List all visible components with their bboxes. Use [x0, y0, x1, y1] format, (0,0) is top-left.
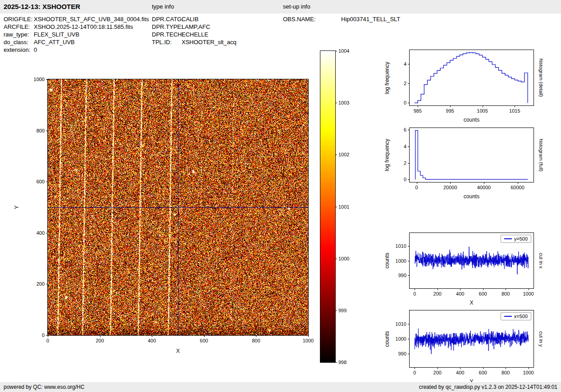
y-tick-label: 1000	[34, 77, 45, 82]
origfile-label: ORIGFILE:	[4, 16, 34, 23]
x-tick-mark	[415, 367, 415, 369]
dpr-catg-value: CALIB	[182, 16, 199, 23]
y-tick-mark	[408, 83, 410, 84]
colorbar-tick-label: 999	[338, 308, 347, 313]
extension-label: extension:	[4, 46, 34, 54]
x-tick-label: 0	[399, 185, 435, 190]
obs-name-row: OBS.NAME:Hip003741_TELL_SLT	[283, 16, 400, 23]
x-tick-mark	[483, 367, 483, 369]
x-tick-mark	[438, 288, 438, 290]
x-tick-label: 200	[82, 338, 118, 343]
colorbar-tick-label: 1003	[338, 100, 349, 105]
histogram-detail-canvas	[410, 50, 534, 105]
histogram-full-side-label: histogram (full)	[537, 128, 544, 182]
y-tick-label: 990	[398, 273, 406, 278]
y-tick-mark	[408, 261, 410, 261]
x-tick-mark	[152, 335, 152, 337]
x-tick-mark	[256, 335, 256, 337]
colorbar-tick-mark	[335, 155, 337, 155]
raw-image-plot: 0200400600800100002004006008001000	[47, 79, 309, 336]
colorbar: 99899910001001100210031004	[320, 50, 336, 363]
qc-report-page: 2025-12-13: XSHOOTER type info set-up in…	[0, 0, 561, 392]
x-tick-mark	[308, 335, 309, 337]
raw-image-ylabel: Y	[14, 79, 21, 336]
footer-bar: powered by QC: www.eso.org/HC created by…	[0, 382, 561, 392]
x-tick-mark	[204, 335, 205, 337]
x-tick-label: 40000	[466, 185, 502, 190]
raw-type-value: FLEX_SLIT_UVB	[34, 31, 79, 38]
x-tick-mark	[483, 288, 483, 290]
dpr-tech-row: DPR.TECH:ECHELLE	[152, 31, 208, 38]
y-tick-label: 600	[36, 179, 45, 184]
y-tick-mark	[46, 131, 48, 131]
y-tick-label: 2	[404, 160, 406, 166]
histogram-full-canvas	[410, 128, 534, 182]
cut-in-x-legend: y=500	[501, 235, 531, 243]
y-tick-mark	[46, 79, 48, 80]
y-tick-mark	[408, 354, 410, 354]
y-tick-label: 6	[404, 127, 406, 132]
x-tick-mark	[415, 288, 415, 290]
x-tick-mark	[460, 367, 461, 369]
x-tick-mark	[515, 105, 515, 107]
y-tick-label: 1000	[396, 258, 406, 264]
y-tick-label: 400	[36, 230, 45, 236]
dpr-tech-value: ECHELLE	[182, 31, 208, 38]
y-tick-mark	[46, 182, 48, 182]
colorbar-tick-label: 1000	[338, 256, 349, 261]
page-title: 2025-12-13: XSHOOTER	[4, 0, 80, 14]
x-tick-mark	[450, 105, 451, 107]
cut-in-x-plot: y=500 0200400600800100099010001010	[409, 232, 534, 289]
do-class-row: do_class:AFC_ATT_UVB	[4, 39, 75, 46]
colorbar-tick-mark	[335, 207, 337, 207]
x-tick-label: 1015	[497, 108, 533, 114]
y-tick-mark	[408, 163, 410, 164]
colorbar-canvas	[320, 51, 335, 362]
raw-type-row: raw_type:FLEX_SLIT_UVB	[4, 31, 79, 38]
y-tick-mark	[408, 275, 410, 276]
y-tick-label: 990	[398, 351, 406, 356]
y-tick-label: 4	[404, 144, 406, 149]
raw-type-label: raw_type:	[4, 31, 34, 38]
footer-left-text: powered by QC: www.eso.org/HC	[4, 382, 84, 392]
y-tick-label: 800	[36, 128, 45, 133]
type-info-heading: type info	[152, 0, 174, 14]
histogram-full-plot: 02000040000600000246	[409, 128, 534, 182]
x-tick-mark	[506, 288, 506, 290]
y-tick-mark	[408, 339, 410, 339]
y-tick-mark	[408, 246, 410, 246]
colorbar-tick-label: 1001	[338, 204, 349, 210]
dpr-catg-label: DPR.CATG:	[152, 16, 182, 23]
y-tick-label: 4	[404, 61, 406, 67]
cut-in-y-legend: x=500	[501, 312, 531, 320]
x-tick-mark	[48, 335, 48, 337]
x-tick-label: 995	[432, 108, 468, 114]
x-tick-label: 600	[186, 338, 222, 343]
y-tick-mark	[46, 284, 48, 284]
colorbar-tick-mark	[335, 362, 337, 363]
colorbar-tick-mark	[335, 103, 337, 103]
y-tick-mark	[408, 64, 410, 64]
cut-in-y-legend-label: x=500	[514, 314, 528, 319]
raw-image-canvas	[48, 79, 308, 335]
cut-in-y-side-label: cut in y	[537, 310, 544, 368]
arcfile-row: ARCFILE:XSHOO.2025-12-14T00:18:11.585.fi…	[4, 23, 133, 31]
histogram-detail-xlabel: counts	[409, 117, 534, 123]
x-tick-mark	[484, 182, 484, 184]
y-tick-mark	[408, 324, 410, 324]
histogram-full-ylabel: log frequency	[384, 128, 391, 182]
x-tick-label: 1005	[465, 108, 501, 114]
x-tick-mark	[506, 367, 506, 369]
colorbar-tick-mark	[335, 259, 337, 259]
dpr-tech-label: DPR.TECH:	[152, 31, 182, 38]
dpr-catg-row: DPR.CATG:CALIB	[152, 16, 199, 23]
x-tick-mark	[418, 105, 418, 107]
dpr-type-value: LAMP,AFC	[182, 23, 210, 30]
x-tick-label: 20000	[432, 185, 468, 190]
y-tick-label: 2	[404, 81, 406, 86]
do-class-label: do_class:	[4, 39, 34, 46]
cut-in-x-legend-label: y=500	[514, 236, 528, 242]
tpl-id-row: TPL.ID:XSHOOTER_slt_acq	[152, 39, 236, 46]
raw-image-xlabel: X	[47, 348, 309, 354]
x-tick-mark	[417, 182, 417, 184]
